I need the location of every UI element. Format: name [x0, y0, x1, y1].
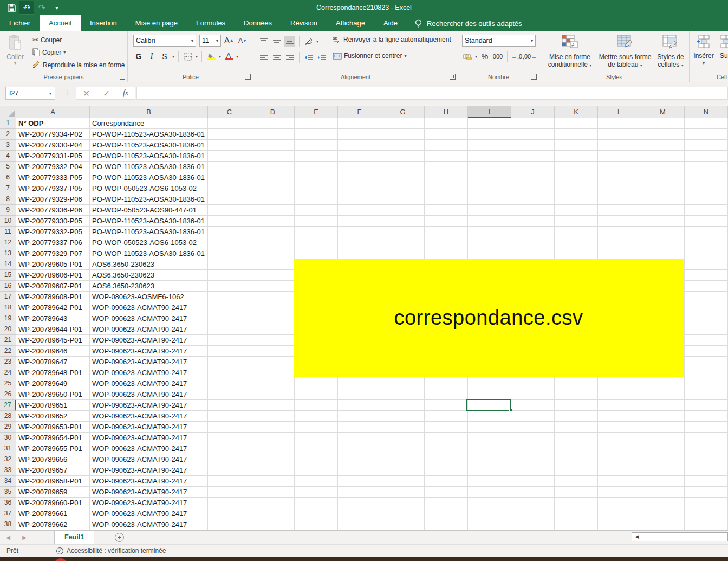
align-middle-button[interactable] — [271, 36, 282, 47]
cell-K2[interactable] — [555, 129, 598, 140]
row-header-33[interactable]: 33 — [0, 465, 16, 476]
cell-C14[interactable] — [208, 259, 251, 270]
cell-E31[interactable] — [295, 443, 338, 454]
cell-J13[interactable] — [511, 248, 555, 259]
cell-L30[interactable] — [598, 433, 641, 443]
cell-J7[interactable] — [511, 183, 555, 194]
cell-J1[interactable] — [511, 118, 555, 129]
cell-D5[interactable] — [251, 162, 295, 172]
sheet-tab-feuil1[interactable]: Feuil1 — [54, 531, 94, 545]
cell-C29[interactable] — [208, 422, 251, 433]
paste-button[interactable]: Coller ▾ — [4, 35, 26, 66]
cell-C35[interactable] — [208, 487, 251, 498]
cell-C10[interactable] — [208, 216, 251, 227]
cell-B38[interactable]: WOP-090623-ACMAT90-2417 — [90, 519, 208, 530]
cell-A22[interactable]: WP-200789646 — [16, 346, 90, 357]
cut-button[interactable]: ✂ Couper — [32, 36, 62, 44]
cell-N15[interactable] — [685, 270, 728, 281]
cell-D8[interactable] — [251, 194, 295, 205]
column-header-D[interactable]: D — [251, 106, 295, 118]
cell-B21[interactable]: WOP-090623-ACMAT90-2417 — [90, 335, 208, 346]
cell-C17[interactable] — [208, 292, 251, 302]
formula-input[interactable] — [136, 87, 728, 100]
cell-B25[interactable]: WOP-090623-ACMAT90-2417 — [90, 378, 208, 389]
cell-A13[interactable]: WP-200779329-P07 — [16, 248, 90, 259]
cell-J11[interactable] — [511, 227, 555, 237]
enter-button[interactable]: ✓ — [103, 88, 110, 99]
cell-H38[interactable] — [425, 519, 468, 530]
cell-C27[interactable] — [208, 400, 251, 411]
cell-A21[interactable]: WP-200789645-P01 — [16, 335, 90, 346]
cell-A18[interactable]: WP-200789642-P01 — [16, 302, 90, 313]
cell-M35[interactable] — [641, 487, 685, 498]
cell-J6[interactable] — [511, 172, 555, 183]
cell-H31[interactable] — [425, 443, 468, 454]
clipboard-dialog-launcher[interactable] — [120, 74, 125, 80]
cell-A8[interactable]: WP-200779329-P06 — [16, 194, 90, 205]
cell-A36[interactable]: WP-200789660-P01 — [16, 498, 90, 508]
cell-D2[interactable] — [251, 129, 295, 140]
cell-C19[interactable] — [208, 313, 251, 324]
row-header-38[interactable]: 38 — [0, 519, 16, 530]
cell-A24[interactable]: WP-200789648-P01 — [16, 367, 90, 378]
cell-C36[interactable] — [208, 498, 251, 508]
cell-C6[interactable] — [208, 172, 251, 183]
cell-L33[interactable] — [598, 465, 641, 476]
cell-I1[interactable] — [468, 118, 511, 129]
cell-N25[interactable] — [685, 378, 728, 389]
cell-M33[interactable] — [641, 465, 685, 476]
decrease-decimal-button[interactable]: ,00→ — [524, 51, 535, 62]
row-header-23[interactable]: 23 — [0, 357, 16, 367]
row-header-22[interactable]: 22 — [0, 346, 16, 357]
cell-N22[interactable] — [685, 346, 728, 357]
row-header-1[interactable]: 1 — [0, 118, 16, 129]
cell-I37[interactable] — [468, 508, 511, 519]
row-header-19[interactable]: 19 — [0, 313, 16, 324]
cell-G5[interactable] — [381, 162, 425, 172]
cell-N13[interactable] — [685, 248, 728, 259]
row-header-15[interactable]: 15 — [0, 270, 16, 281]
cell-D19[interactable] — [251, 313, 295, 324]
cell-E7[interactable] — [295, 183, 338, 194]
row-header-12[interactable]: 12 — [0, 237, 16, 248]
column-header-M[interactable]: M — [641, 106, 685, 118]
cell-M13[interactable] — [641, 248, 685, 259]
cell-F8[interactable] — [338, 194, 381, 205]
cell-D13[interactable] — [251, 248, 295, 259]
cell-F36[interactable] — [338, 498, 381, 508]
row-header-16[interactable]: 16 — [0, 281, 16, 292]
cell-F31[interactable] — [338, 443, 381, 454]
cell-F6[interactable] — [338, 172, 381, 183]
cell-D35[interactable] — [251, 487, 295, 498]
scroll-left-button[interactable]: ◀ — [632, 533, 642, 541]
cell-I2[interactable] — [468, 129, 511, 140]
cell-B12[interactable]: PO-WOP-050523-AOS6-1053-02 — [90, 237, 208, 248]
cell-B15[interactable]: AOS6.3650-230623 — [90, 270, 208, 281]
align-left-button[interactable] — [258, 52, 269, 63]
format-as-table-button[interactable]: Mettre sous forme de tableau ▾ — [597, 35, 653, 69]
add-sheet-button[interactable]: + — [115, 533, 124, 542]
column-header-C[interactable]: C — [208, 106, 251, 118]
cell-N6[interactable] — [685, 172, 728, 183]
row-header-37[interactable]: 37 — [0, 508, 16, 519]
cell-A25[interactable]: WP-200789649 — [16, 378, 90, 389]
cell-M28[interactable] — [641, 411, 685, 422]
cell-I25[interactable] — [468, 378, 511, 389]
cell-F37[interactable] — [338, 508, 381, 519]
cell-H30[interactable] — [425, 433, 468, 443]
cell-G26[interactable] — [381, 389, 425, 400]
column-header-K[interactable]: K — [555, 106, 598, 118]
cell-N38[interactable] — [685, 519, 728, 530]
cell-D27[interactable] — [251, 400, 295, 411]
cell-L9[interactable] — [598, 205, 641, 216]
wrap-text-button[interactable]: ab Renvoyer à la ligne automatiquement — [333, 36, 451, 43]
cell-H7[interactable] — [425, 183, 468, 194]
column-header-N[interactable]: N — [685, 106, 728, 118]
cell-J26[interactable] — [511, 389, 555, 400]
cell-E36[interactable] — [295, 498, 338, 508]
cell-B7[interactable]: PO-WOP-050523-AOS6-1053-02 — [90, 183, 208, 194]
column-header-H[interactable]: H — [425, 106, 468, 118]
cell-H13[interactable] — [425, 248, 468, 259]
cell-N29[interactable] — [685, 422, 728, 433]
cell-K7[interactable] — [555, 183, 598, 194]
